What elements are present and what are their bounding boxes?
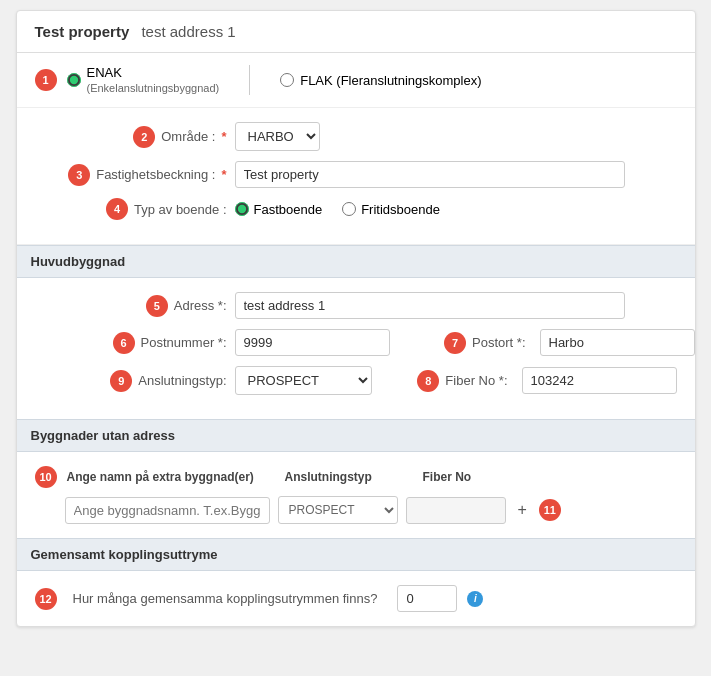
- top-form-section: 2 Område : * HARBO ANNAT 3 Fastighetsbec…: [17, 108, 695, 245]
- col1-label: Ange namn på extra byggnad(er): [67, 470, 267, 484]
- step1-badge: 1: [35, 69, 57, 91]
- step7-label: 7 Postort *:: [404, 332, 534, 354]
- main-card: Test property test address 1 1 ENAK (Enk…: [16, 10, 696, 627]
- step9-label: 9 Anslutningstyp:: [35, 370, 235, 392]
- fritidsboende-label: Fritidsboende: [361, 202, 440, 217]
- step6-7-row: 6 Postnummer *: 7 Postort *:: [35, 329, 677, 356]
- step12-badge: 12: [35, 588, 57, 610]
- step9-8-row: 9 Anslutningstyp: PROSPECT ACTIVE PASSIV…: [35, 366, 677, 395]
- step7-badge: 7: [444, 332, 466, 354]
- flak-radio[interactable]: [280, 73, 294, 87]
- step5-label: 5 Adress *:: [35, 295, 235, 317]
- fiber-no-input[interactable]: [522, 367, 677, 394]
- info-icon[interactable]: i: [467, 591, 483, 607]
- step9-badge: 9: [110, 370, 132, 392]
- fastboende-label: Fastboende: [254, 202, 323, 217]
- step8-badge: 8: [417, 370, 439, 392]
- step3-label: 3 Fastighetsbeckning : *: [35, 164, 235, 186]
- step2-badge: 2: [133, 126, 155, 148]
- step2-label: 2 Område : *: [35, 126, 235, 148]
- boende-type-group: Fastboende Fritidsboende: [235, 202, 440, 217]
- adress-input[interactable]: [235, 292, 625, 319]
- step4-label: 4 Typ av boende :: [35, 198, 235, 220]
- header-title: Test property: [35, 23, 130, 40]
- gemensamt-section-header: Gemensamt kopplingsuttryme: [17, 538, 695, 571]
- step3-badge: 3: [68, 164, 90, 186]
- step10-badge: 10: [35, 466, 57, 488]
- flak-label: FLAK (Fleranslutningskomplex): [300, 73, 481, 88]
- fastboende-radio[interactable]: [235, 202, 249, 216]
- step6-label: 6 Postnummer *:: [35, 332, 235, 354]
- enak-radio[interactable]: [67, 73, 81, 87]
- col3-label: Fiber No: [423, 470, 523, 484]
- postort-input[interactable]: [540, 329, 695, 356]
- buildings-section-header: Byggnader utan adress: [17, 419, 695, 452]
- step3-row: 3 Fastighetsbeckning : *: [35, 161, 677, 188]
- fastighetsbeckning-input[interactable]: [235, 161, 625, 188]
- fritidsboende-option[interactable]: Fritidsboende: [342, 202, 440, 217]
- huvudbyggnad-section-header: Huvudbyggnad: [17, 245, 695, 278]
- huvudbyggnad-body: 5 Adress *: 6 Postnummer *: 7 Postort *:: [17, 278, 695, 419]
- step6-badge: 6: [113, 332, 135, 354]
- step11-badge: 11: [539, 499, 561, 521]
- byggnad-fiber-input[interactable]: [406, 497, 506, 524]
- step5-badge: 5: [146, 295, 168, 317]
- postnummer-input[interactable]: [235, 329, 390, 356]
- buildings-inputs-row: PROSPECT ACTIVE PASSIVE + 11: [65, 496, 677, 524]
- kopplingsutrymmen-input[interactable]: [397, 585, 457, 612]
- gemensamt-body: 12 Hur många gemensamma kopplingsutrymme…: [17, 571, 695, 626]
- step12-label: Hur många gemensamma kopplingsutrymmen f…: [73, 591, 378, 606]
- anslutningstyp-select[interactable]: PROSPECT ACTIVE PASSIVE: [235, 366, 372, 395]
- byggnad-name-input[interactable]: [65, 497, 270, 524]
- step2-row: 2 Område : * HARBO ANNAT: [35, 122, 677, 151]
- step5-row: 5 Adress *:: [35, 292, 677, 319]
- step4-badge: 4: [106, 198, 128, 220]
- enak-radio-option[interactable]: ENAK (Enkelanslutningsbyggnad): [67, 65, 220, 95]
- fastboende-option[interactable]: Fastboende: [235, 202, 323, 217]
- step12-row: 12 Hur många gemensamma kopplingsutrymme…: [35, 585, 677, 612]
- radio-divider: [249, 65, 250, 95]
- header-subtitle: test address 1: [141, 23, 235, 40]
- enak-label: ENAK (Enkelanslutningsbyggnad): [87, 65, 220, 95]
- buildings-col-labels-row: 10 Ange namn på extra byggnad(er) Anslut…: [35, 466, 677, 488]
- step8-label: 8 Fiber No *:: [386, 370, 516, 392]
- card-header: Test property test address 1: [17, 11, 695, 53]
- step1-row: 1 ENAK (Enkelanslutningsbyggnad) FLAK (F…: [17, 53, 695, 108]
- flak-radio-option[interactable]: FLAK (Fleranslutningskomplex): [280, 73, 481, 88]
- fritidsboende-radio[interactable]: [342, 202, 356, 216]
- col2-label: Anslutningstyp: [285, 470, 405, 484]
- buildings-body: 10 Ange namn på extra byggnad(er) Anslut…: [17, 452, 695, 538]
- step4-row: 4 Typ av boende : Fastboende Fritidsboen…: [35, 198, 677, 220]
- byggnad-anslutningstyp-select[interactable]: PROSPECT ACTIVE PASSIVE: [278, 496, 398, 524]
- plus-separator: +: [518, 501, 527, 519]
- omrade-select[interactable]: HARBO ANNAT: [235, 122, 320, 151]
